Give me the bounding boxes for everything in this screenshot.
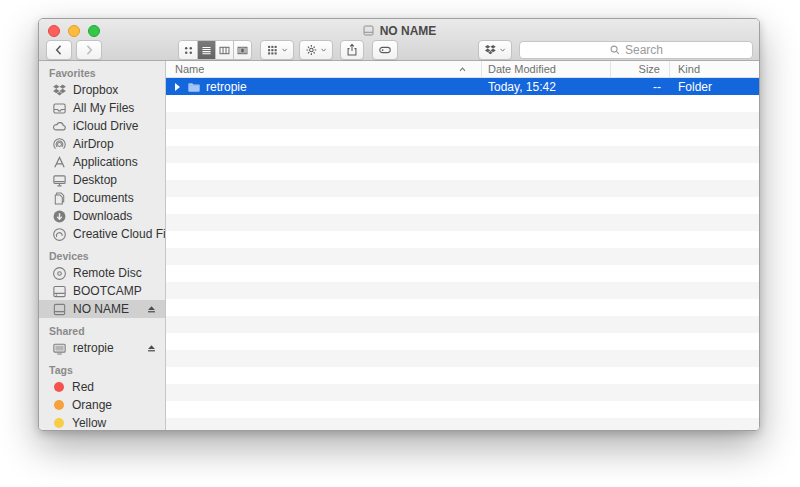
disclosure-triangle-icon[interactable] — [175, 83, 180, 91]
sidebar-item-remote-disc[interactable]: Remote Disc — [39, 264, 165, 282]
column-header-kind[interactable]: Kind — [670, 61, 759, 77]
file-name: retropie — [206, 80, 247, 94]
coverflow-view-icon — [236, 44, 249, 57]
sidebar-item-no-name[interactable]: NO NAME — [39, 300, 165, 318]
empty-row — [166, 401, 759, 418]
sidebar-item-label: iCloud Drive — [73, 119, 138, 133]
sidebar-item-yellow[interactable]: Yellow — [39, 414, 165, 431]
sidebar-item-creative-cloud-files[interactable]: Creative Cloud Files — [39, 225, 165, 243]
list-header: Name Date Modified Size Kind — [166, 61, 759, 78]
finder-window: NO NAME — [38, 18, 760, 431]
cell-name: retropie — [166, 80, 482, 94]
sidebar-section-label: Devices — [39, 248, 165, 264]
sidebar-item-downloads[interactable]: Downloads — [39, 207, 165, 225]
sidebar-item-label: Yellow — [72, 416, 106, 430]
empty-row — [166, 265, 759, 282]
empty-row — [166, 350, 759, 367]
sidebar-item-icloud-drive[interactable]: iCloud Drive — [39, 117, 165, 135]
folder-icon — [187, 80, 201, 94]
dropbox-icon — [484, 43, 497, 57]
sidebar-item-applications[interactable]: Applications — [39, 153, 165, 171]
empty-row — [166, 367, 759, 384]
forward-button[interactable] — [76, 40, 102, 60]
chevron-left-icon — [52, 43, 66, 57]
empty-row — [166, 214, 759, 231]
sidebar-item-dropbox[interactable]: Dropbox — [39, 81, 165, 99]
arrange-icon — [266, 43, 279, 57]
tag-color-dot — [54, 418, 64, 428]
sidebar-item-label: Desktop — [73, 173, 117, 187]
search-icon — [609, 44, 621, 56]
sidebar-item-airdrop[interactable]: AirDrop — [39, 135, 165, 153]
empty-row — [166, 163, 759, 180]
search-input[interactable]: Search — [519, 41, 753, 59]
arrange-button[interactable] — [260, 40, 294, 60]
sidebar-item-label: retropie — [73, 341, 114, 355]
column-header-size[interactable]: Size — [611, 61, 670, 77]
column-view-button[interactable] — [215, 41, 233, 59]
table-row-retropie[interactable]: retropieToday, 15:42--Folder — [166, 78, 759, 95]
dropbox-icon — [52, 83, 67, 98]
column-view-icon — [218, 44, 231, 57]
eject-icon[interactable] — [146, 343, 157, 354]
sidebar-item-retropie[interactable]: retropie — [39, 339, 165, 357]
sidebar-item-label: Orange — [72, 398, 112, 412]
share-icon — [345, 43, 359, 57]
coverflow-view-button[interactable] — [233, 41, 251, 59]
sidebar-item-red[interactable]: Red — [39, 378, 165, 396]
toolbar: Search — [46, 40, 753, 60]
sidebar-item-all-my-files[interactable]: All My Files — [39, 99, 165, 117]
tag-button[interactable] — [372, 40, 398, 60]
eject-icon[interactable] — [146, 304, 157, 315]
tag-color-dot — [54, 382, 64, 392]
sidebar-item-label: NO NAME — [73, 302, 129, 316]
sidebar-section-label: Shared — [39, 323, 165, 339]
creative-cloud-icon — [52, 227, 67, 242]
empty-row — [166, 129, 759, 146]
dropbox-menu-button[interactable] — [478, 40, 512, 60]
empty-row — [166, 197, 759, 214]
search-placeholder: Search — [625, 43, 663, 57]
cell-date-modified: Today, 15:42 — [482, 80, 611, 94]
disk-icon — [362, 24, 375, 37]
window-title: NO NAME — [39, 23, 759, 38]
sidebar-section-label: Tags — [39, 362, 165, 378]
column-header-date-modified[interactable]: Date Modified — [482, 61, 611, 77]
list-view-button[interactable] — [197, 41, 215, 59]
back-button[interactable] — [46, 40, 72, 60]
file-list-pane: Name Date Modified Size Kind retropieTod… — [166, 61, 759, 431]
sidebar-item-desktop[interactable]: Desktop — [39, 171, 165, 189]
action-menu-button[interactable] — [299, 40, 333, 60]
desktop-icon — [52, 173, 67, 188]
titlebar: NO NAME — [39, 19, 759, 61]
icon-view-icon — [182, 44, 195, 57]
cell-kind: Folder — [670, 80, 759, 94]
empty-row — [166, 299, 759, 316]
sidebar-item-label: Red — [72, 380, 94, 394]
sort-ascending-icon — [458, 65, 467, 74]
sidebar-item-documents[interactable]: Documents — [39, 189, 165, 207]
gear-icon — [305, 43, 318, 57]
sidebar-item-orange[interactable]: Orange — [39, 396, 165, 414]
remote-disc-icon — [52, 266, 67, 281]
sidebar-item-label: Remote Disc — [73, 266, 142, 280]
sidebar-section-favorites: FavoritesDropboxAll My FilesiCloud Drive… — [39, 65, 165, 243]
internal-disk-icon — [52, 284, 67, 299]
sidebar-section-devices: DevicesRemote DiscBOOTCAMPNO NAME — [39, 248, 165, 318]
sidebar-item-label: Creative Cloud Files — [73, 227, 166, 241]
sidebar-item-label: Dropbox — [73, 83, 118, 97]
chevron-right-icon — [82, 43, 96, 57]
empty-row — [166, 418, 759, 431]
share-button[interactable] — [340, 40, 364, 60]
empty-row — [166, 95, 759, 112]
tag-color-dot — [54, 400, 64, 410]
icloud-icon — [52, 119, 67, 134]
airdrop-icon — [52, 137, 67, 152]
cell-size: -- — [611, 80, 670, 94]
view-mode-control — [178, 40, 252, 60]
icon-view-button[interactable] — [179, 41, 197, 59]
column-header-name[interactable]: Name — [166, 61, 482, 77]
empty-row — [166, 282, 759, 299]
window-content: FavoritesDropboxAll My FilesiCloud Drive… — [39, 61, 759, 431]
sidebar-item-bootcamp[interactable]: BOOTCAMP — [39, 282, 165, 300]
